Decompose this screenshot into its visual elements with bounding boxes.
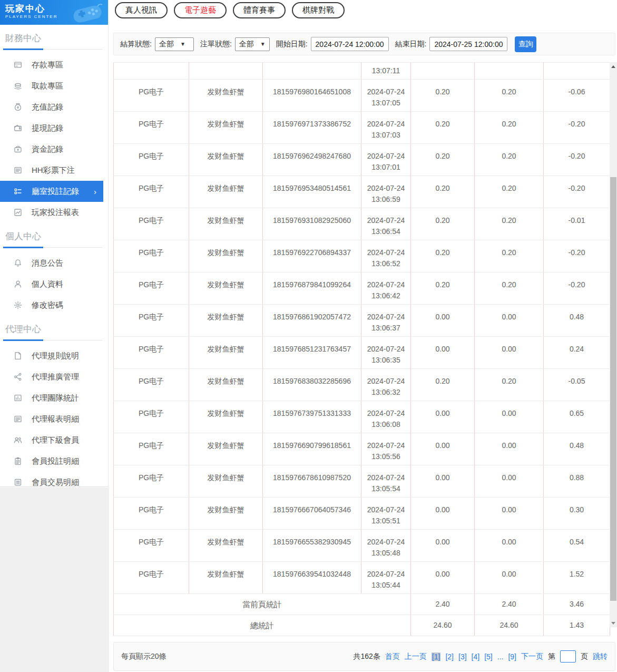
tab-0[interactable]: 真人視訊: [115, 2, 168, 18]
next-page-link[interactable]: 下一页: [521, 652, 543, 661]
cell-order: 1815976962498247680: [263, 144, 361, 176]
sidebar-item-0-1[interactable]: 取款專區: [0, 75, 108, 96]
page-link-2[interactable]: [2]: [445, 652, 454, 661]
deposit-icon: [14, 61, 22, 69]
cell-bet: 0.20: [411, 80, 475, 112]
sidebar-item-0-3[interactable]: 提現記錄: [0, 118, 108, 139]
start-date-label: 開始日期:: [276, 40, 308, 49]
cell-game: 发财鱼虾蟹: [189, 465, 263, 498]
scroll-down-icon[interactable]: [610, 619, 617, 627]
cell-game: 发财鱼虾蟹: [189, 144, 263, 176]
cell-game: 发财鱼虾蟹: [189, 176, 263, 208]
cell-bet: 0.00: [411, 530, 475, 562]
page-link-4[interactable]: [4]: [472, 652, 480, 661]
page-link-5[interactable]: [5]: [484, 652, 493, 661]
cell-bet: 0.00: [411, 498, 475, 530]
cell-game: 发财鱼虾蟹: [189, 80, 263, 112]
table-row: PG电子发财鱼虾蟹18159768380322856962024-07-2413…: [114, 369, 610, 401]
cell-profit: -0.05: [544, 369, 610, 401]
table-row: PG电子发财鱼虾蟹18159768798410992642024-07-2413…: [114, 272, 610, 305]
filter-bar: 結算狀態: 全部 ▼ 注單狀態: 全部 ▼ 開始日期: 2024-07-24 1…: [113, 33, 615, 55]
sidebar-item-0-7[interactable]: 玩家投注報表: [0, 202, 108, 223]
cell-profit: -0.20: [544, 272, 610, 305]
sidebar-item-2-6[interactable]: 會員交易明細: [0, 472, 108, 493]
settle-status-value: 全部: [159, 40, 174, 49]
cell-order: 1815976678610987520: [263, 465, 361, 498]
vertical-scrollbar[interactable]: [610, 62, 617, 627]
sidebar-item-0-0[interactable]: 存款專區: [0, 54, 108, 75]
sidebar-item-2-2[interactable]: 代理團隊統計: [0, 387, 108, 408]
section-heading: 代理中心: [0, 316, 108, 339]
sidebar-item-0-5[interactable]: HH彩票下注: [0, 160, 108, 181]
sidebar-item-1-1[interactable]: 個人資料: [0, 274, 108, 295]
sidebar-item-label: 消息公告: [32, 258, 63, 268]
page-link-1[interactable]: [1]: [432, 652, 441, 661]
records-table-wrap: 13:07:11 PG电子发财鱼虾蟹1815976980164651008202…: [113, 62, 610, 636]
cell-game: 发财鱼虾蟹: [189, 401, 263, 433]
cell-valid: 0.20: [475, 144, 544, 176]
sidebar-item-0-4[interactable]: 資金記錄: [0, 139, 108, 160]
table-row: PG电子发财鱼虾蟹18159766786109875202024-07-2413…: [114, 465, 610, 498]
prev-page-link[interactable]: 上一页: [405, 652, 427, 661]
sidebar-item-0-6[interactable]: 廳室投註記錄›: [0, 181, 103, 202]
sidebar-item-0-2[interactable]: 充值記錄: [0, 96, 108, 118]
page-jump-input[interactable]: [560, 650, 576, 663]
settle-status-select[interactable]: 全部 ▼: [155, 37, 194, 51]
withdraw-icon: [14, 82, 22, 90]
chevron-down-icon: ▼: [180, 41, 185, 47]
cell-valid: 0.20: [475, 369, 544, 401]
total-summary-bet: 24.60: [411, 615, 475, 636]
tab-3[interactable]: 棋牌對戰: [292, 2, 345, 18]
tab-1[interactable]: 電子遊藝: [174, 2, 227, 18]
first-page-link[interactable]: 首页: [385, 652, 400, 661]
cell-platform: PG电子: [114, 272, 189, 305]
sidebar-item-label: 修改密碼: [32, 300, 63, 310]
sidebar-menu: 財務中心存款專區取款專區充值記錄提現記錄資金記錄HH彩票下注廳室投註記錄›玩家投…: [0, 25, 108, 493]
cell-bet: [411, 63, 475, 80]
start-date-input[interactable]: 2024-07-24 12:00:00: [311, 37, 389, 51]
cell-order: 1815976851231763457: [263, 337, 361, 369]
cell-datetime: 2024-07-2413:05:48: [361, 530, 411, 562]
end-date-label: 結束日期:: [395, 40, 427, 49]
cell-datetime: 2024-07-2413:05:51: [361, 498, 411, 530]
jump-button[interactable]: 跳转: [593, 652, 608, 661]
cell-bet: 0.00: [411, 433, 475, 465]
cell-game: 发财鱼虾蟹: [189, 562, 263, 594]
scrollbar-thumb[interactable]: [610, 177, 616, 601]
cell-platform: [114, 63, 189, 80]
page-link-last[interactable]: [9]: [508, 652, 516, 661]
sidebar-item-2-5[interactable]: 會員投註明細: [0, 451, 108, 472]
cell-order: 1815976639541032448: [263, 562, 361, 594]
search-button[interactable]: 查詢: [515, 36, 536, 52]
cell-order: 1815976838032285696: [263, 369, 361, 401]
cell-profit: 0.48: [544, 305, 610, 337]
page-number-links: [1][2][3][4][5]...[9]: [432, 652, 516, 661]
tab-2[interactable]: 體育賽事: [233, 2, 286, 18]
team-stats-icon: [14, 394, 22, 402]
cell-platform: PG电子: [114, 401, 189, 433]
cell-profit: -0.01: [544, 208, 610, 240]
table-row: PG电子发财鱼虾蟹18159766670640573462024-07-2413…: [114, 498, 610, 530]
cell-bet: 0.20: [411, 369, 475, 401]
table-row: PG电子发财鱼虾蟹18159769534805145612024-07-2413…: [114, 176, 610, 208]
total-summary-valid: 24.60: [475, 615, 544, 636]
end-date-input[interactable]: 2024-07-25 12:00:00: [429, 37, 507, 51]
sidebar-item-2-1[interactable]: 代理推廣管理: [0, 366, 108, 387]
sidebar-item-1-2[interactable]: 修改密碼: [0, 295, 108, 316]
table-row: PG电子发财鱼虾蟹18159766907996185612024-07-2413…: [114, 433, 610, 465]
sidebar-item-label: 提現記錄: [32, 123, 63, 133]
cell-game: 发财鱼虾蟹: [189, 208, 263, 240]
sidebar-item-2-3[interactable]: 代理報表明細: [0, 408, 108, 430]
sidebar-item-1-0[interactable]: 消息公告: [0, 252, 108, 274]
cell-datetime: 2024-07-2413:06:42: [361, 272, 411, 305]
cell-profit: -0.20: [544, 176, 610, 208]
cell-valid: 0.00: [475, 337, 544, 369]
sidebar-item-label: 資金記錄: [32, 144, 63, 154]
sidebar-item-2-0[interactable]: 代理規則說明: [0, 345, 108, 366]
sidebar-item-2-4[interactable]: 代理下級會員: [0, 430, 108, 451]
page-link-3[interactable]: [3]: [458, 652, 467, 661]
settle-status-label: 結算狀態:: [120, 40, 152, 49]
cell-bet: 0.20: [411, 144, 475, 176]
scroll-up-icon[interactable]: [610, 62, 617, 71]
order-status-select[interactable]: 全部 ▼: [235, 37, 270, 51]
